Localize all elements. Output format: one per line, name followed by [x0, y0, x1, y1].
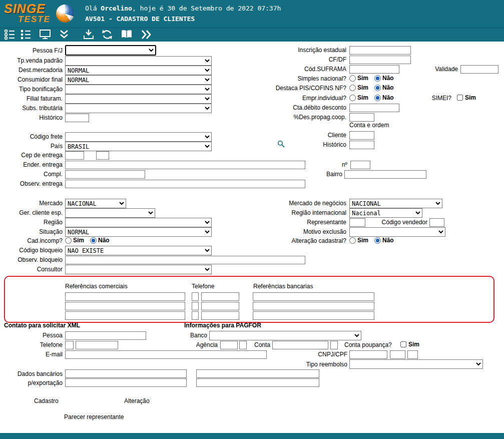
conta-poupanca-checkbox-group: Sim — [400, 340, 419, 348]
ref-bancaria-1-input[interactable] — [253, 292, 374, 301]
destaca-pis-label: Destaca PIS/COFINS NF? — [225, 85, 346, 92]
cliente-input[interactable] — [349, 131, 374, 140]
manual-book-icon[interactable] — [120, 29, 133, 41]
situacao-select[interactable]: NORMAL — [65, 227, 212, 237]
empr-individual-nao-radio[interactable] — [374, 95, 381, 101]
simples-nacional-nao-radio[interactable] — [374, 75, 381, 82]
destaca-pis-sim-radio[interactable] — [349, 85, 356, 91]
ref-telefone-3-input[interactable] — [201, 311, 239, 320]
agencia-input[interactable] — [220, 341, 238, 349]
consultor-select[interactable] — [65, 265, 212, 274]
bottom-bar — [0, 433, 504, 439]
ger-cliente-select[interactable] — [65, 208, 155, 218]
alteracao-cadastral-sim-radio[interactable] — [349, 237, 356, 244]
bairro-input[interactable] — [344, 170, 426, 179]
subs-tributaria-select[interactable] — [65, 104, 212, 113]
p-exportacao-2-input[interactable] — [196, 378, 319, 387]
ref-comercial-3-input[interactable] — [65, 311, 185, 320]
cad-incomp-nao-radio[interactable] — [90, 237, 97, 244]
cod-suframa-input[interactable] — [349, 65, 399, 74]
email-input[interactable] — [65, 350, 267, 359]
toolbar — [0, 28, 504, 42]
cnpj-cpf-digito-input[interactable] — [407, 350, 418, 359]
dest-mercadoria-select[interactable]: NORMAL — [65, 66, 212, 75]
cep-entrega-suffix-input[interactable] — [96, 151, 109, 160]
conta-poupanca-sim-checkbox[interactable] — [400, 341, 406, 347]
ender-entrega-input[interactable] — [65, 161, 305, 169]
cep-entrega-input[interactable] — [65, 151, 84, 160]
representante-input[interactable] — [349, 218, 365, 227]
numero-input[interactable] — [350, 161, 370, 169]
ref-telefone-1-input[interactable] — [201, 292, 239, 301]
observ-entrega-input[interactable] — [65, 180, 305, 188]
consumidor-final-select[interactable]: NORMAL — [65, 75, 212, 85]
cta-debito-input[interactable] — [349, 104, 399, 112]
empr-individual-nao-label: Não — [382, 94, 394, 101]
historico-input[interactable] — [65, 114, 89, 122]
ref-comercial-2-input[interactable] — [65, 302, 185, 310]
ref-telefone-ddd-3-input[interactable] — [192, 311, 199, 320]
conta-input[interactable] — [272, 341, 328, 349]
motivo-exclusao-select[interactable] — [349, 227, 445, 237]
records-list-icon[interactable] — [4, 29, 17, 41]
export-icon[interactable] — [83, 29, 96, 41]
historico-right-input[interactable] — [349, 141, 374, 149]
pessoa-input[interactable] — [65, 331, 146, 340]
inscricao-estadual-input[interactable] — [349, 46, 411, 55]
forward-icon[interactable] — [140, 29, 153, 41]
tp-venda-select[interactable] — [65, 56, 212, 66]
des-propag-input[interactable] — [349, 113, 374, 122]
p-exportacao-label: p/exportação — [0, 379, 63, 387]
tipo-reembolso-select[interactable] — [349, 359, 483, 369]
cliente-label: Cliente — [225, 132, 346, 139]
mercado-select[interactable]: NACIONAL — [65, 199, 126, 208]
cad-incomp-sim-radio[interactable] — [65, 237, 72, 244]
empr-individual-sim-label: Sim — [357, 94, 368, 101]
validade-label: Validade — [423, 66, 458, 73]
cf-df-label: CF/DF — [225, 56, 346, 64]
cnpj-cpf-filial-input[interactable] — [390, 350, 405, 359]
filial-faturam-select[interactable] — [65, 94, 212, 104]
simples-nacional-sim-radio[interactable] — [349, 75, 356, 82]
ref-bancaria-2-input[interactable] — [253, 302, 374, 310]
agencia-digito-input[interactable] — [239, 341, 247, 349]
telefone-input[interactable] — [76, 341, 118, 349]
pais-select[interactable]: BRASIL — [65, 142, 212, 151]
ref-comercial-1-input[interactable] — [65, 292, 185, 301]
ref-telefone-ddd-1-input[interactable] — [192, 292, 199, 301]
records-list-alt-icon[interactable] — [20, 29, 33, 41]
telefone-ddd-input[interactable] — [65, 341, 74, 349]
banco-select[interactable] — [209, 331, 361, 340]
dados-bancarios-2-input[interactable] — [196, 369, 319, 378]
codigo-frete-select[interactable] — [65, 132, 212, 142]
empr-individual-sim-radio[interactable] — [349, 95, 356, 101]
simei-checkbox-group: Sim — [457, 94, 476, 102]
compl-input[interactable] — [65, 170, 145, 179]
contato-xml-heading: Contato para solicitar XML — [4, 322, 80, 329]
monitor-icon[interactable] — [39, 29, 52, 41]
observ-bloqueio-input[interactable] — [65, 256, 305, 264]
mercado-negocios-select[interactable]: NACIONAL — [349, 199, 442, 208]
conta-digito-input[interactable] — [330, 341, 338, 349]
ref-telefone-ddd-2-input[interactable] — [192, 302, 199, 310]
collapse-down-icon[interactable] — [58, 29, 71, 41]
refresh-icon[interactable] — [101, 29, 114, 41]
dados-bancarios-1-input[interactable] — [65, 369, 187, 378]
cf-df-input[interactable] — [349, 56, 411, 64]
codigo-vendedor-input[interactable] — [429, 218, 444, 227]
codigo-bloqueio-select[interactable]: NAO EXISTE — [65, 246, 212, 255]
cnpj-cpf-input[interactable] — [349, 350, 387, 359]
validade-input[interactable] — [460, 65, 498, 74]
simei-sim-label: Sim — [465, 94, 476, 101]
regiao-select[interactable] — [65, 218, 212, 227]
situacao-label: Situação — [0, 228, 63, 236]
destaca-pis-nao-radio[interactable] — [374, 85, 381, 91]
ref-telefone-2-input[interactable] — [201, 302, 239, 310]
p-exportacao-1-input[interactable] — [65, 378, 187, 387]
tipo-bonificacao-select[interactable] — [65, 85, 212, 94]
alteracao-cadastral-nao-radio[interactable] — [374, 237, 381, 244]
ref-bancaria-3-input[interactable] — [253, 311, 374, 320]
simei-sim-checkbox[interactable] — [457, 95, 463, 101]
regiao-internacional-select[interactable]: Nacional — [349, 208, 422, 218]
pessoa-fj-select[interactable] — [65, 45, 156, 56]
